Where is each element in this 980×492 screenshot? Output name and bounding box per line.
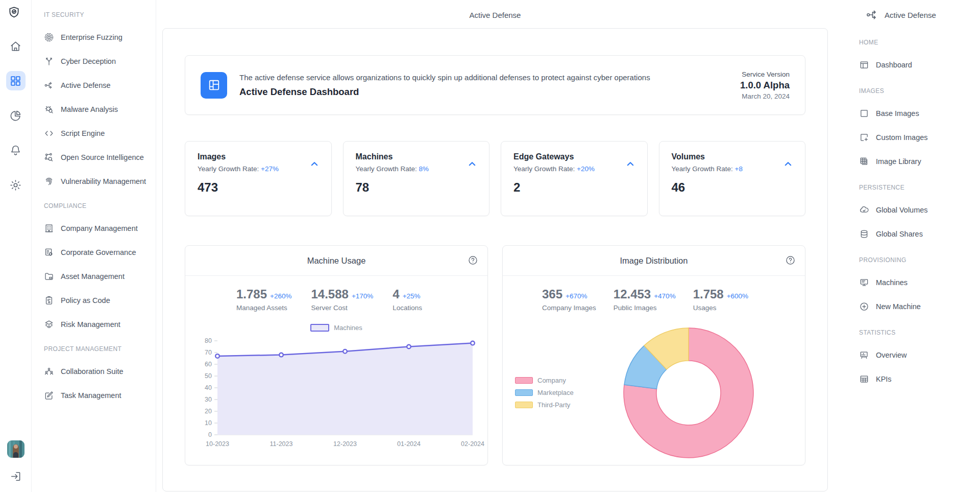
banner-title: Active Defense Dashboard xyxy=(239,86,650,98)
flow-icon xyxy=(866,8,879,21)
legend-swatch xyxy=(515,402,533,408)
home-icon xyxy=(9,40,22,53)
right-nav-item-image-library[interactable]: Image Library xyxy=(859,156,980,167)
image-distribution-stat-company-images: 365+670%Company Images xyxy=(542,287,596,312)
sidebar-item-policy-as-code[interactable]: Policy as Code xyxy=(44,295,156,306)
legend-item-company[interactable]: Company xyxy=(515,377,574,384)
sidebar-item-company-management[interactable]: Company Management xyxy=(44,223,156,233)
svg-text:20: 20 xyxy=(205,408,212,415)
svg-text:11-2023: 11-2023 xyxy=(270,440,293,448)
pie-chart-icon[interactable] xyxy=(6,106,26,125)
stat-value: 1.758+600% xyxy=(693,287,748,301)
stat-card-title: Images xyxy=(198,152,319,161)
logout-icon xyxy=(9,470,22,483)
sidebar-item-cyber-deception[interactable]: Cyber Deception xyxy=(44,56,156,66)
cloud-icon xyxy=(859,205,869,215)
image-distribution-title: Image Distribution xyxy=(620,256,688,266)
gear-icon[interactable] xyxy=(6,175,26,195)
home-icon[interactable] xyxy=(6,36,26,56)
right-nav-item-new-machine[interactable]: New Machine xyxy=(859,301,980,312)
stat-card-growth: Yearly Growth Rate: +8 xyxy=(672,165,793,173)
stat-card-growth: Yearly Growth Rate: +27% xyxy=(198,165,319,173)
svg-text:12-2023: 12-2023 xyxy=(333,440,357,448)
right-sidebar-brand[interactable]: Active Defense xyxy=(866,8,980,21)
right-nav-item-custom-images[interactable]: Custom Images xyxy=(859,132,980,143)
right-sidebar-brand-label: Active Defense xyxy=(885,11,936,19)
nav-item-label: Cyber Deception xyxy=(61,57,116,65)
app-logo-shield-icon xyxy=(8,6,23,22)
right-nav-section-provisioning: PROVISIONING xyxy=(859,256,980,264)
avatar[interactable] xyxy=(7,440,24,458)
chevron-up-icon[interactable] xyxy=(625,158,636,170)
fingerprint-icon xyxy=(44,176,54,186)
dashboard-panel-icon xyxy=(859,60,869,70)
stat-card-volumes: VolumesYearly Growth Rate: +846 xyxy=(659,141,806,216)
sidebar-item-asset-management[interactable]: Asset Management xyxy=(44,271,156,282)
svg-text:10: 10 xyxy=(205,419,212,427)
chevron-up-icon[interactable] xyxy=(309,158,320,170)
sidebar-item-active-defense[interactable]: Active Defense xyxy=(44,80,156,90)
stat-card-edge-gateways: Edge GatewaysYearly Growth Rate: +20%2 xyxy=(501,141,648,216)
sidebar-item-malware-analysis[interactable]: Malware Analysis xyxy=(44,104,156,114)
line-chart-legend: Machines xyxy=(185,324,487,332)
flow-icon xyxy=(44,80,54,90)
logout-icon[interactable] xyxy=(6,466,26,486)
right-nav-section-images: IMAGES xyxy=(859,87,980,95)
database-icon xyxy=(859,229,869,239)
sidebar-item-task-management[interactable]: Task Management xyxy=(44,390,156,401)
svg-text:0: 0 xyxy=(208,431,212,438)
legend-item-third-party[interactable]: Third-Party xyxy=(515,401,574,409)
stat-label: Managed Assets xyxy=(236,304,291,312)
svg-text:02-2024: 02-2024 xyxy=(461,440,484,448)
stat-percent: +260% xyxy=(270,292,291,300)
stat-card-growth-value: +20% xyxy=(577,165,595,173)
plus-circle-icon xyxy=(859,301,869,312)
stat-card-value: 78 xyxy=(356,180,477,195)
main-panel: The active defense service allows organi… xyxy=(162,28,828,491)
donut-legend: CompanyMarketplaceThird-Party xyxy=(515,377,574,413)
dashboard-banner: The active defense service allows organi… xyxy=(185,55,805,115)
sidebar-item-vulnerability-management[interactable]: Vulnerability Management xyxy=(44,176,156,186)
nav-item-label: Vulnerability Management xyxy=(61,177,146,185)
sidebar-item-corporate-governance[interactable]: Corporate Governance xyxy=(44,247,156,257)
stat-label: Public Images xyxy=(614,304,676,312)
nav-item-label: Enterprise Fuzzing xyxy=(61,33,122,41)
grid-icon xyxy=(9,75,22,87)
target-icon xyxy=(44,32,54,42)
nav-item-label: Policy as Code xyxy=(61,296,110,304)
sidebar-item-open-source-intelligence[interactable]: Open Source Intelligence xyxy=(44,152,156,162)
chevron-up-icon[interactable] xyxy=(782,158,794,170)
machines-legend-swatch xyxy=(310,324,329,332)
stat-label: Usages xyxy=(693,304,748,312)
right-nav-item-global-volumes[interactable]: Global Volumes xyxy=(859,205,980,215)
machines-legend-label: Machines xyxy=(334,324,362,332)
machine-usage-card: Machine Usage 1.785+260%Managed Assets14… xyxy=(185,245,488,465)
image-distribution-stat-public-images: 12.453+470%Public Images xyxy=(614,287,676,312)
legend-item-marketplace[interactable]: Marketplace xyxy=(515,389,574,396)
right-nav-item-kpis[interactable]: KPIs xyxy=(859,374,980,384)
sidebar-item-risk-management[interactable]: Risk Management xyxy=(44,319,156,330)
square-icon xyxy=(859,108,869,119)
sidebar-item-enterprise-fuzzing[interactable]: Enterprise Fuzzing xyxy=(44,32,156,42)
stat-percent: +470% xyxy=(654,292,675,300)
right-nav-item-base-images[interactable]: Base Images xyxy=(859,108,980,119)
square-plus-icon xyxy=(859,132,869,143)
sidebar-item-collaboration-suite[interactable]: Collaboration Suite xyxy=(44,366,156,377)
sidebar-item-script-engine[interactable]: Script Engine xyxy=(44,128,156,138)
right-nav-item-global-shares[interactable]: Global Shares xyxy=(859,229,980,239)
svg-text:30: 30 xyxy=(205,396,212,403)
sidebar-section-compliance: COMPLIANCE xyxy=(44,202,156,209)
apps-grid-icon[interactable] xyxy=(6,71,26,90)
nav-item-label: Company Management xyxy=(61,224,138,232)
nav-item-label: KPIs xyxy=(876,375,892,383)
task-edit-icon xyxy=(44,390,54,401)
help-icon[interactable] xyxy=(785,255,796,266)
right-nav-item-dashboard[interactable]: Dashboard xyxy=(859,60,980,70)
right-nav-item-machines[interactable]: Machines xyxy=(859,277,980,288)
help-icon[interactable] xyxy=(468,255,478,266)
right-nav-section-home: HOME xyxy=(859,39,980,46)
chevron-up-icon[interactable] xyxy=(467,158,478,170)
right-nav-item-overview[interactable]: Overview xyxy=(859,350,980,360)
svg-text:60: 60 xyxy=(205,361,212,368)
bell-icon[interactable] xyxy=(6,140,26,160)
